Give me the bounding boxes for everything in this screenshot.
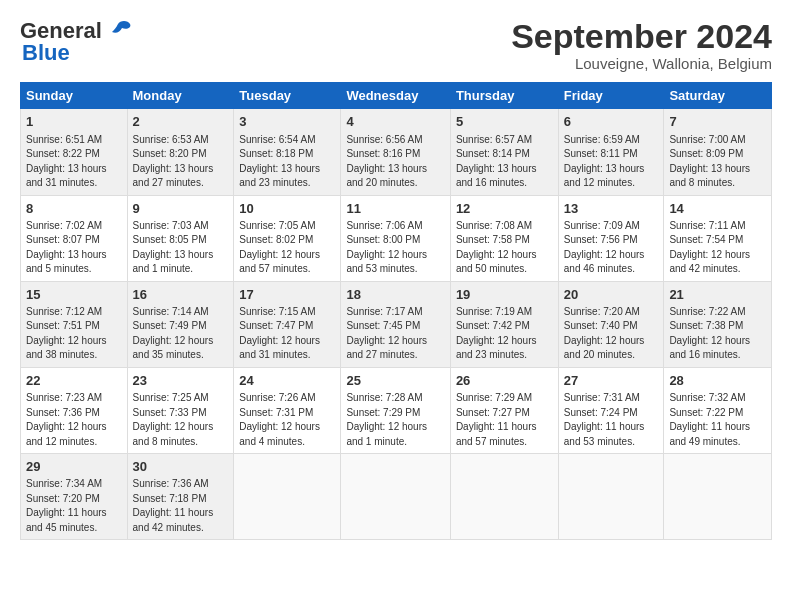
day-number: 2 [133, 113, 229, 131]
table-row [664, 454, 772, 540]
day-number: 8 [26, 200, 122, 218]
day-number: 30 [133, 458, 229, 476]
day-number: 24 [239, 372, 335, 390]
table-row: 22Sunrise: 7:23 AM Sunset: 7:36 PM Dayli… [21, 367, 128, 453]
day-info: Sunrise: 7:14 AM Sunset: 7:49 PM Dayligh… [133, 305, 229, 363]
day-number: 5 [456, 113, 553, 131]
table-row: 28Sunrise: 7:32 AM Sunset: 7:22 PM Dayli… [664, 367, 772, 453]
day-number: 9 [133, 200, 229, 218]
table-row: 29Sunrise: 7:34 AM Sunset: 7:20 PM Dayli… [21, 454, 128, 540]
day-info: Sunrise: 7:20 AM Sunset: 7:40 PM Dayligh… [564, 305, 659, 363]
table-row: 11Sunrise: 7:06 AM Sunset: 8:00 PM Dayli… [341, 195, 450, 281]
day-number: 3 [239, 113, 335, 131]
day-info: Sunrise: 7:31 AM Sunset: 7:24 PM Dayligh… [564, 391, 659, 449]
day-number: 19 [456, 286, 553, 304]
day-number: 28 [669, 372, 766, 390]
header-friday: Friday [558, 83, 664, 109]
day-info: Sunrise: 7:19 AM Sunset: 7:42 PM Dayligh… [456, 305, 553, 363]
day-info: Sunrise: 7:02 AM Sunset: 8:07 PM Dayligh… [26, 219, 122, 277]
table-row: 12Sunrise: 7:08 AM Sunset: 7:58 PM Dayli… [450, 195, 558, 281]
day-info: Sunrise: 7:22 AM Sunset: 7:38 PM Dayligh… [669, 305, 766, 363]
table-row: 5Sunrise: 6:57 AM Sunset: 8:14 PM Daylig… [450, 109, 558, 195]
table-row: 8Sunrise: 7:02 AM Sunset: 8:07 PM Daylig… [21, 195, 128, 281]
day-info: Sunrise: 7:11 AM Sunset: 7:54 PM Dayligh… [669, 219, 766, 277]
logo-blue: Blue [22, 40, 70, 66]
table-row: 10Sunrise: 7:05 AM Sunset: 8:02 PM Dayli… [234, 195, 341, 281]
day-number: 25 [346, 372, 444, 390]
table-row: 25Sunrise: 7:28 AM Sunset: 7:29 PM Dayli… [341, 367, 450, 453]
day-info: Sunrise: 6:59 AM Sunset: 8:11 PM Dayligh… [564, 133, 659, 191]
header-saturday: Saturday [664, 83, 772, 109]
day-info: Sunrise: 7:25 AM Sunset: 7:33 PM Dayligh… [133, 391, 229, 449]
location-title: Louveigne, Wallonia, Belgium [511, 55, 772, 72]
table-row: 13Sunrise: 7:09 AM Sunset: 7:56 PM Dayli… [558, 195, 664, 281]
table-row: 16Sunrise: 7:14 AM Sunset: 7:49 PM Dayli… [127, 281, 234, 367]
day-number: 10 [239, 200, 335, 218]
table-row: 19Sunrise: 7:19 AM Sunset: 7:42 PM Dayli… [450, 281, 558, 367]
day-number: 23 [133, 372, 229, 390]
day-info: Sunrise: 7:15 AM Sunset: 7:47 PM Dayligh… [239, 305, 335, 363]
page: General Blue September 2024 Louveigne, W… [0, 0, 792, 550]
month-title: September 2024 [511, 18, 772, 55]
day-info: Sunrise: 6:57 AM Sunset: 8:14 PM Dayligh… [456, 133, 553, 191]
table-row: 27Sunrise: 7:31 AM Sunset: 7:24 PM Dayli… [558, 367, 664, 453]
table-row: 14Sunrise: 7:11 AM Sunset: 7:54 PM Dayli… [664, 195, 772, 281]
day-info: Sunrise: 7:23 AM Sunset: 7:36 PM Dayligh… [26, 391, 122, 449]
table-row: 23Sunrise: 7:25 AM Sunset: 7:33 PM Dayli… [127, 367, 234, 453]
weekday-header-row: Sunday Monday Tuesday Wednesday Thursday… [21, 83, 772, 109]
day-info: Sunrise: 6:54 AM Sunset: 8:18 PM Dayligh… [239, 133, 335, 191]
title-block: September 2024 Louveigne, Wallonia, Belg… [511, 18, 772, 72]
table-row [234, 454, 341, 540]
day-number: 15 [26, 286, 122, 304]
table-row: 3Sunrise: 6:54 AM Sunset: 8:18 PM Daylig… [234, 109, 341, 195]
logo: General Blue [20, 18, 132, 66]
header-section: General Blue September 2024 Louveigne, W… [20, 18, 772, 72]
day-number: 20 [564, 286, 659, 304]
day-number: 12 [456, 200, 553, 218]
table-row [450, 454, 558, 540]
day-number: 26 [456, 372, 553, 390]
table-row: 26Sunrise: 7:29 AM Sunset: 7:27 PM Dayli… [450, 367, 558, 453]
day-number: 13 [564, 200, 659, 218]
day-number: 6 [564, 113, 659, 131]
day-info: Sunrise: 6:53 AM Sunset: 8:20 PM Dayligh… [133, 133, 229, 191]
day-number: 29 [26, 458, 122, 476]
day-info: Sunrise: 7:08 AM Sunset: 7:58 PM Dayligh… [456, 219, 553, 277]
table-row: 18Sunrise: 7:17 AM Sunset: 7:45 PM Dayli… [341, 281, 450, 367]
table-row: 2Sunrise: 6:53 AM Sunset: 8:20 PM Daylig… [127, 109, 234, 195]
day-info: Sunrise: 7:00 AM Sunset: 8:09 PM Dayligh… [669, 133, 766, 191]
day-info: Sunrise: 7:26 AM Sunset: 7:31 PM Dayligh… [239, 391, 335, 449]
day-info: Sunrise: 6:51 AM Sunset: 8:22 PM Dayligh… [26, 133, 122, 191]
day-info: Sunrise: 7:06 AM Sunset: 8:00 PM Dayligh… [346, 219, 444, 277]
day-info: Sunrise: 7:29 AM Sunset: 7:27 PM Dayligh… [456, 391, 553, 449]
header-monday: Monday [127, 83, 234, 109]
day-number: 18 [346, 286, 444, 304]
day-number: 22 [26, 372, 122, 390]
day-number: 17 [239, 286, 335, 304]
day-info: Sunrise: 7:03 AM Sunset: 8:05 PM Dayligh… [133, 219, 229, 277]
calendar-week-row: 22Sunrise: 7:23 AM Sunset: 7:36 PM Dayli… [21, 367, 772, 453]
table-row: 17Sunrise: 7:15 AM Sunset: 7:47 PM Dayli… [234, 281, 341, 367]
day-number: 4 [346, 113, 444, 131]
header-tuesday: Tuesday [234, 83, 341, 109]
day-info: Sunrise: 7:32 AM Sunset: 7:22 PM Dayligh… [669, 391, 766, 449]
table-row [341, 454, 450, 540]
day-info: Sunrise: 7:05 AM Sunset: 8:02 PM Dayligh… [239, 219, 335, 277]
day-info: Sunrise: 6:56 AM Sunset: 8:16 PM Dayligh… [346, 133, 444, 191]
day-number: 1 [26, 113, 122, 131]
calendar-table: Sunday Monday Tuesday Wednesday Thursday… [20, 82, 772, 540]
table-row: 1Sunrise: 6:51 AM Sunset: 8:22 PM Daylig… [21, 109, 128, 195]
table-row: 9Sunrise: 7:03 AM Sunset: 8:05 PM Daylig… [127, 195, 234, 281]
table-row: 15Sunrise: 7:12 AM Sunset: 7:51 PM Dayli… [21, 281, 128, 367]
logo-bird-icon [104, 20, 132, 42]
day-number: 7 [669, 113, 766, 131]
day-info: Sunrise: 7:09 AM Sunset: 7:56 PM Dayligh… [564, 219, 659, 277]
day-number: 21 [669, 286, 766, 304]
table-row: 4Sunrise: 6:56 AM Sunset: 8:16 PM Daylig… [341, 109, 450, 195]
table-row: 30Sunrise: 7:36 AM Sunset: 7:18 PM Dayli… [127, 454, 234, 540]
header-sunday: Sunday [21, 83, 128, 109]
table-row: 21Sunrise: 7:22 AM Sunset: 7:38 PM Dayli… [664, 281, 772, 367]
table-row [558, 454, 664, 540]
day-info: Sunrise: 7:12 AM Sunset: 7:51 PM Dayligh… [26, 305, 122, 363]
day-number: 11 [346, 200, 444, 218]
